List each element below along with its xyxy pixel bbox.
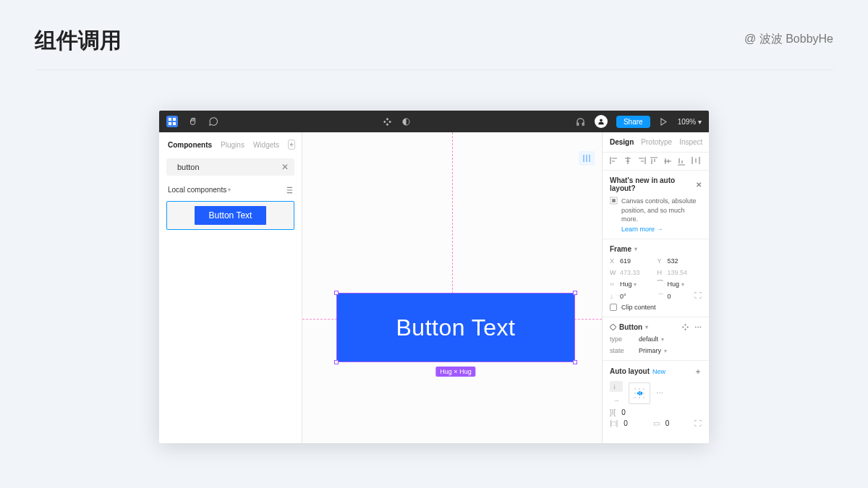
gap-value[interactable]: 0 bbox=[621, 408, 626, 416]
more-icon[interactable]: ⋯ bbox=[694, 323, 702, 331]
align-top-icon[interactable] bbox=[650, 157, 660, 166]
canvas[interactable]: Button Text Hug × Hug bbox=[302, 132, 602, 443]
direction-horizontal-icon[interactable]: → bbox=[610, 395, 623, 406]
size-badge: Hug × Hug bbox=[435, 367, 475, 377]
whats-new-desc: Canvas controls, absolute position, and … bbox=[621, 197, 702, 224]
svg-rect-18 bbox=[639, 391, 641, 395]
autolayout-section: Auto layout New ＋ ↓ → ⋯ ]I[ 0 bbox=[603, 361, 709, 433]
gap-icon: ]I[ bbox=[610, 408, 616, 416]
instance-icon bbox=[610, 324, 616, 330]
independent-corners-icon[interactable]: ⛶ bbox=[694, 291, 702, 299]
svg-rect-19 bbox=[641, 392, 642, 395]
clip-content-label: Clip content bbox=[621, 304, 656, 311]
tab-components[interactable]: Components bbox=[168, 141, 212, 149]
main-menu-button[interactable] bbox=[166, 116, 178, 127]
svg-point-9 bbox=[634, 388, 636, 390]
user-avatar[interactable] bbox=[595, 115, 608, 128]
direction-vertical-icon[interactable]: ↓ bbox=[610, 381, 623, 392]
local-components-header[interactable]: Local components▾ bbox=[159, 181, 302, 198]
resize-handle[interactable] bbox=[573, 291, 577, 295]
svg-point-11 bbox=[643, 388, 644, 390]
clear-search-icon[interactable]: ✕ bbox=[281, 162, 289, 172]
frame-h[interactable]: 139.54 bbox=[668, 269, 702, 276]
frame-w[interactable]: 473.33 bbox=[620, 269, 655, 276]
slide-author: @ 波波 BobbyHe bbox=[744, 32, 833, 47]
svg-rect-3 bbox=[173, 122, 176, 125]
whats-new-section: What's new in auto layout? ✕ Canvas cont… bbox=[603, 171, 709, 239]
clip-content-checkbox[interactable] bbox=[610, 304, 617, 311]
frame-y[interactable]: 532 bbox=[668, 257, 702, 265]
prop-state[interactable]: Primary▾ bbox=[639, 347, 667, 354]
align-hcenter-icon[interactable] bbox=[624, 157, 634, 166]
resize-handle[interactable] bbox=[573, 360, 577, 364]
align-vcenter-icon[interactable] bbox=[664, 157, 674, 166]
align-right-icon[interactable] bbox=[637, 157, 647, 166]
frame-rotation[interactable]: 0° bbox=[620, 293, 655, 300]
slide-title: 组件调用 bbox=[35, 26, 122, 56]
align-controls bbox=[603, 153, 709, 171]
component-icon[interactable] bbox=[383, 116, 393, 127]
svg-rect-17 bbox=[637, 392, 639, 394]
frame-vresize[interactable]: Hug ▾ bbox=[668, 281, 702, 288]
tab-design[interactable]: Design bbox=[610, 138, 634, 146]
swap-instance-icon[interactable] bbox=[682, 324, 689, 330]
resize-handle[interactable] bbox=[334, 291, 339, 295]
mask-icon[interactable] bbox=[401, 116, 412, 127]
svg-point-6 bbox=[172, 167, 173, 168]
svg-point-10 bbox=[639, 388, 640, 390]
hpadding-icon: |□| bbox=[610, 419, 618, 427]
autolayout-more-icon[interactable]: ⋯ bbox=[656, 389, 663, 397]
component-card-button[interactable]: Button Text bbox=[166, 201, 294, 230]
svg-point-5 bbox=[600, 119, 603, 122]
hpadding-value[interactable]: 0 bbox=[624, 419, 628, 427]
zoom-level[interactable]: 109% ▾ bbox=[678, 118, 702, 126]
svg-rect-2 bbox=[169, 122, 171, 125]
prop-type[interactable]: default▾ bbox=[639, 335, 664, 343]
svg-rect-8 bbox=[613, 200, 616, 202]
comment-tool-icon[interactable] bbox=[208, 116, 218, 127]
left-panel: Components Plugins Widgets ✕ Local compo… bbox=[159, 132, 302, 443]
hand-tool-icon[interactable] bbox=[188, 116, 198, 127]
search-input[interactable] bbox=[177, 163, 277, 171]
frame-hresize[interactable]: Hug ▾ bbox=[620, 281, 655, 288]
resize-handle[interactable] bbox=[334, 360, 339, 364]
component-section: Button▾ ⋯ type default▾ state Primary▾ bbox=[603, 317, 709, 361]
svg-point-15 bbox=[639, 397, 640, 398]
present-icon[interactable] bbox=[659, 116, 669, 127]
figma-window: Share 109% ▾ Components Plugins Widgets … bbox=[159, 111, 709, 443]
selected-instance[interactable]: Button Text Hug × Hug bbox=[336, 293, 575, 362]
search-icon bbox=[172, 163, 173, 171]
learn-more-link[interactable]: Learn more → bbox=[621, 226, 663, 233]
layout-grid-toggle[interactable] bbox=[579, 151, 595, 166]
svg-point-14 bbox=[634, 397, 636, 398]
add-autolayout-icon[interactable]: ＋ bbox=[694, 367, 702, 377]
alignment-box[interactable] bbox=[629, 382, 650, 404]
absolute-position-icon bbox=[610, 197, 618, 205]
svg-point-12 bbox=[634, 393, 636, 394]
tab-widgets[interactable]: Widgets bbox=[253, 141, 279, 149]
right-panel: Design Prototype Inspect What's new in a… bbox=[602, 132, 709, 443]
svg-rect-1 bbox=[173, 118, 176, 121]
list-view-icon[interactable] bbox=[285, 187, 293, 194]
whats-new-title: What's new in auto layout? bbox=[610, 176, 696, 192]
vpadding-value[interactable]: 0 bbox=[665, 419, 670, 427]
toolbar: Share 109% ▾ bbox=[159, 111, 709, 132]
component-preview: Button Text bbox=[195, 206, 267, 225]
component-search[interactable]: ✕ bbox=[166, 158, 294, 176]
distribute-icon[interactable] bbox=[692, 157, 702, 166]
tab-plugins[interactable]: Plugins bbox=[221, 141, 244, 149]
align-left-icon[interactable] bbox=[610, 157, 620, 166]
close-icon[interactable]: ✕ bbox=[696, 181, 702, 189]
selection-border bbox=[336, 293, 575, 362]
tab-prototype[interactable]: Prototype bbox=[641, 138, 672, 146]
headphones-icon[interactable] bbox=[576, 116, 586, 127]
svg-point-16 bbox=[643, 397, 644, 398]
vpadding-icon: ▭ bbox=[653, 419, 660, 427]
share-button[interactable]: Share bbox=[616, 116, 650, 128]
align-bottom-icon[interactable] bbox=[678, 157, 688, 166]
frame-x[interactable]: 619 bbox=[620, 257, 655, 265]
back-to-layers-button[interactable] bbox=[288, 140, 295, 150]
independent-padding-icon[interactable]: ⛶ bbox=[694, 419, 702, 427]
tab-inspect[interactable]: Inspect bbox=[679, 138, 702, 146]
new-badge: New bbox=[652, 368, 665, 375]
